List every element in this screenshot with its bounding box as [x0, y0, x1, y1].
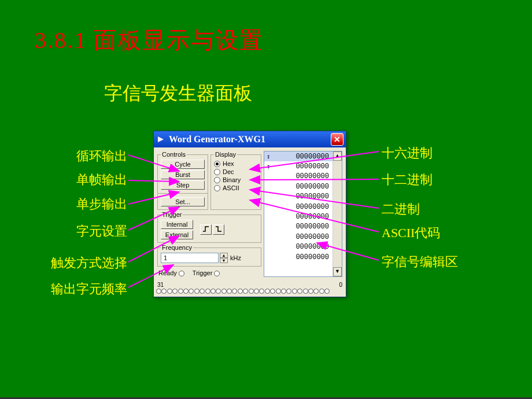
output-pin[interactable]	[178, 289, 183, 294]
controls-legend: Controls	[161, 151, 187, 158]
output-pin[interactable]	[286, 289, 291, 294]
scrollbar[interactable]: ▲ ▼	[332, 152, 342, 276]
app-icon	[156, 135, 165, 144]
data-value: 00000000	[272, 162, 332, 171]
trigger-indicator-icon	[214, 271, 220, 276]
ready-status: Ready	[158, 269, 184, 276]
output-pin[interactable]	[183, 289, 189, 294]
frequency-input[interactable]	[161, 253, 219, 263]
output-pin[interactable]	[200, 289, 205, 294]
data-row[interactable]: 00000000	[264, 182, 332, 191]
data-value: 00000000	[272, 213, 332, 221]
internal-button[interactable]: Internal	[161, 220, 193, 229]
data-row[interactable]: 00000000	[264, 232, 332, 242]
trigger-group: Trigger Internal External	[157, 211, 261, 243]
scroll-up-icon[interactable]: ▲	[333, 152, 342, 161]
trigger-status: Trigger	[193, 269, 220, 276]
pin-label-right: 0	[339, 282, 342, 288]
step-button[interactable]: Step	[161, 180, 205, 190]
output-pin[interactable]	[308, 289, 313, 294]
output-pin[interactable]	[254, 289, 259, 294]
output-pin[interactable]	[297, 289, 302, 294]
data-value: 00000000	[272, 223, 332, 231]
radio-icon	[214, 185, 220, 191]
output-pin[interactable]	[156, 289, 161, 294]
output-pin[interactable]	[324, 289, 330, 294]
output-pin[interactable]	[292, 289, 297, 294]
output-pin[interactable]	[194, 289, 200, 294]
display-group: Display Hex Dec Binary	[210, 151, 261, 210]
data-value: 00000000	[272, 243, 332, 251]
close-button[interactable]: ✕	[331, 133, 343, 146]
scroll-down-icon[interactable]: ▼	[333, 267, 342, 276]
output-pin[interactable]	[216, 289, 221, 294]
output-pin[interactable]	[259, 289, 264, 294]
output-pin[interactable]	[238, 289, 243, 294]
anno-ascii: ASCII代码	[382, 224, 440, 242]
output-pin[interactable]	[161, 289, 167, 294]
output-pin[interactable]	[189, 289, 194, 294]
output-pin[interactable]	[172, 289, 178, 294]
data-value: 00000000	[272, 203, 332, 211]
data-row[interactable]: ↧00000000	[264, 161, 332, 171]
ascii-option[interactable]: ASCII	[214, 184, 258, 192]
output-pin[interactable]	[319, 289, 324, 294]
scroll-track[interactable]	[333, 161, 342, 267]
trigger-legend: Trigger	[161, 211, 183, 218]
word-generator-window: Word Generator-XWG1 ✕ Controls Cycle Bur…	[153, 131, 346, 297]
external-button[interactable]: External	[161, 230, 193, 239]
output-pin[interactable]	[205, 289, 210, 294]
data-value: 00000000	[272, 193, 332, 201]
window-title: Word Generator-XWG1	[169, 134, 331, 145]
set-button[interactable]: Set...	[161, 197, 205, 206]
data-row[interactable]: 00000000	[264, 192, 332, 202]
anno-trigger-mode: 触发方式选择	[23, 254, 127, 272]
data-row[interactable]: 00000000	[264, 202, 332, 212]
data-row[interactable]: 00000000	[264, 222, 332, 232]
hex-option[interactable]: Hex	[214, 160, 258, 168]
titlebar[interactable]: Word Generator-XWG1 ✕	[154, 131, 346, 147]
cycle-button[interactable]: Cycle	[161, 160, 205, 169]
output-pin[interactable]	[167, 289, 172, 294]
dec-option[interactable]: Dec	[214, 168, 258, 176]
row-handle-icon: ↧	[264, 153, 272, 160]
output-pin[interactable]	[303, 289, 308, 294]
frequency-legend: Frequency	[161, 244, 193, 251]
output-pin[interactable]	[227, 289, 232, 294]
output-pin[interactable]	[249, 289, 254, 294]
data-row[interactable]: 00000000	[264, 172, 332, 182]
data-row[interactable]: 00000000	[264, 212, 332, 221]
spinner-up-icon[interactable]: ▲	[220, 253, 228, 258]
ascii-label: ASCII	[223, 184, 239, 191]
output-pin[interactable]	[276, 289, 281, 294]
display-legend: Display	[214, 151, 237, 158]
data-list[interactable]: ↧00000000↧000000000000000000000000000000…	[264, 151, 342, 277]
output-pin[interactable]	[313, 289, 319, 294]
falling-edge-button[interactable]	[213, 224, 224, 235]
output-pin[interactable]	[265, 289, 270, 294]
rising-edge-button[interactable]	[200, 224, 212, 235]
radio-icon	[214, 161, 220, 167]
output-pin[interactable]	[281, 289, 286, 294]
data-row[interactable]: 00000000	[264, 242, 332, 252]
data-value: 00000000	[272, 153, 332, 161]
output-pin[interactable]	[270, 289, 275, 294]
data-row[interactable]: ↧00000000	[264, 152, 332, 161]
frequency-group: Frequency ▲ ▼ kHz	[157, 244, 261, 267]
output-pin[interactable]	[243, 289, 248, 294]
binary-label: Binary	[223, 176, 241, 183]
data-value: 00000000	[272, 233, 332, 241]
output-pin[interactable]	[210, 289, 216, 294]
data-row[interactable]: 00000000	[264, 252, 332, 262]
data-value: 00000000	[272, 253, 332, 261]
burst-button[interactable]: Burst	[161, 170, 205, 179]
spinner-down-icon[interactable]: ▼	[220, 258, 228, 263]
controls-group: Controls Cycle Burst Step Set...	[157, 151, 208, 210]
anno-set: 字元设置	[35, 223, 127, 240]
frequency-spinner[interactable]: ▲ ▼	[220, 253, 228, 263]
output-pin[interactable]	[221, 289, 227, 294]
radio-icon	[214, 169, 220, 175]
binary-option[interactable]: Binary	[214, 176, 258, 184]
output-pin[interactable]	[232, 289, 237, 294]
data-value: 00000000	[272, 172, 332, 180]
